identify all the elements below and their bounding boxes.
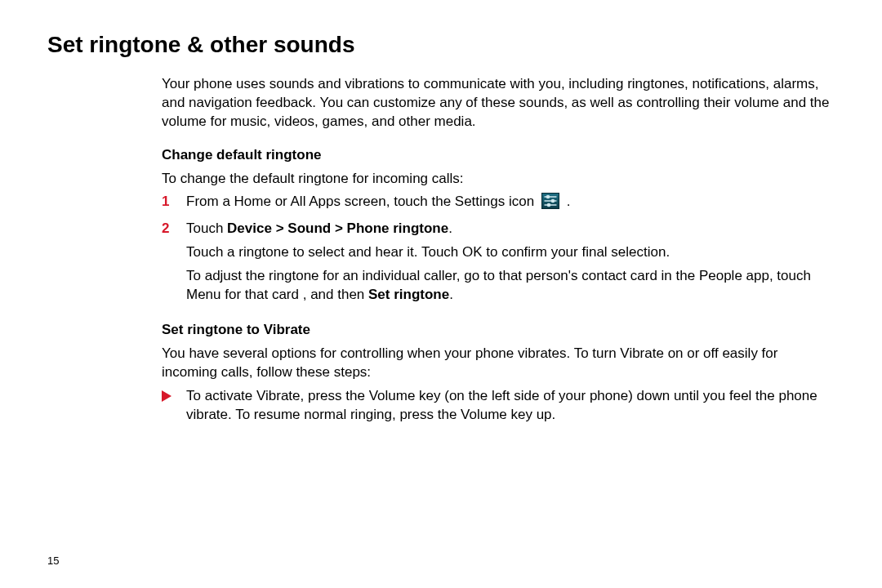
- step-number-1: 1: [162, 193, 186, 212]
- intro-paragraph: Your phone uses sounds and vibrations to…: [162, 75, 830, 131]
- step-2-para-a: Touch a ringtone to select and hear it. …: [186, 243, 830, 262]
- body-area: Your phone uses sounds and vibrations to…: [47, 75, 835, 425]
- step-2-para-b-bold: Set ringtone: [368, 287, 449, 302]
- section1-lead: To change the default ringtone for incom…: [162, 170, 830, 189]
- section-heading-vibrate: Set ringtone to Vibrate: [162, 321, 830, 340]
- step-1-text: From a Home or All Apps screen, touch th…: [186, 193, 830, 216]
- section2-lead: You have several options for controlling…: [162, 345, 830, 382]
- page-number: 15: [47, 554, 59, 568]
- svg-point-3: [546, 196, 549, 198]
- page-title: Set ringtone & other sounds: [47, 29, 835, 60]
- settings-icon: [541, 193, 559, 209]
- step-2-para-b-prefix: To adjust the ringtone for an individual…: [186, 268, 811, 302]
- svg-point-4: [551, 200, 554, 203]
- ordered-steps: 1 From a Home or All Apps screen, touch …: [162, 193, 830, 310]
- triangle-bullet-icon: [162, 387, 186, 402]
- step-2-bold: Device > Sound > Phone ringtone: [227, 220, 448, 236]
- section-heading-change-ringtone: Change default ringtone: [162, 146, 830, 165]
- step-2-suffix: .: [448, 220, 452, 236]
- step-1: 1 From a Home or All Apps screen, touch …: [162, 193, 830, 216]
- step-2-prefix: Touch: [186, 220, 227, 236]
- step-2: 2 Touch Device > Sound > Phone ringtone.…: [162, 220, 830, 310]
- step-number-2: 2: [162, 220, 186, 238]
- manual-page: Set ringtone & other sounds Your phone u…: [0, 0, 882, 588]
- step-1-text-before: From a Home or All Apps screen, touch th…: [186, 194, 538, 209]
- step-2-para-b-suffix: .: [449, 287, 453, 302]
- svg-point-5: [547, 204, 550, 207]
- step-1-text-after: .: [567, 194, 571, 209]
- step-2-text: Touch Device > Sound > Phone ringtone. T…: [186, 220, 830, 310]
- bullet-text: To activate Vibrate, press the Volume ke…: [186, 387, 830, 425]
- bullet-item: To activate Vibrate, press the Volume ke…: [162, 387, 830, 425]
